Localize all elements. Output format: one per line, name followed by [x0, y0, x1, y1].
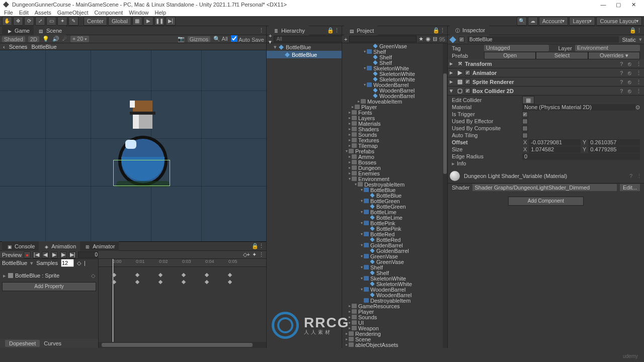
prefab-select-button[interactable]: Select [536, 52, 588, 59]
move-tool[interactable]: ✥ [13, 17, 23, 26]
preview-label[interactable]: Preview [2, 252, 22, 258]
project-item[interactable]: ▸Tilemap [342, 143, 447, 148]
proj-create-dropdown[interactable]: + [344, 36, 347, 42]
tab-inspector[interactable]: ⓘInspector [450, 25, 489, 36]
component-enabled-checkbox[interactable] [465, 70, 470, 75]
more-icon[interactable]: ⋮ [636, 61, 642, 67]
gameobject-active-checkbox[interactable]: ✓ [459, 37, 464, 42]
audio-icon[interactable]: 🔊 [52, 36, 59, 42]
preset-icon[interactable]: ⎋ [628, 61, 634, 67]
project-item[interactable]: ▾SkeletonWhite [342, 276, 447, 281]
add-property-button[interactable]: Add Property [2, 282, 96, 291]
project-item[interactable]: ▾BottleBlue [342, 187, 447, 193]
space-toggle[interactable]: Global [108, 17, 131, 26]
project-item[interactable]: ▾Shelf [342, 264, 447, 270]
project-item[interactable]: ▸Bosses [342, 159, 447, 165]
mode-2d[interactable]: 2D [28, 36, 39, 42]
project-item[interactable]: Shelf [342, 60, 447, 65]
mat-help-icon[interactable]: ? [629, 173, 632, 179]
hier-lock-icon[interactable]: 🔒 [327, 27, 334, 34]
proj-lock-icon[interactable]: 🔒 [433, 27, 440, 34]
project-item[interactable]: ▸UI [342, 320, 447, 325]
project-item[interactable]: BottleBlue [342, 193, 447, 198]
project-item[interactable]: ▸Sounds [342, 314, 447, 320]
lock-icon[interactable]: 🔒 [252, 243, 259, 249]
tab-options-icon[interactable]: ⋮ [259, 27, 264, 34]
maximize-button[interactable]: ▢ [611, 2, 626, 8]
project-item[interactable]: ▸GameResources [342, 303, 447, 309]
anim-property-row[interactable]: ▸ BottleBlue : Sprite ◇ [0, 271, 98, 280]
menu-edit[interactable]: Edit [19, 10, 29, 16]
project-item[interactable]: ▸Weapon [342, 325, 447, 331]
scrollbar-thumb[interactable] [443, 73, 447, 174]
hand-tool[interactable]: ✋ [2, 17, 12, 26]
search-scene-icon[interactable]: 🔍 All [213, 36, 228, 42]
size-x-field[interactable]: 1.074582 [529, 146, 581, 153]
prefab-open-button[interactable]: Open [484, 52, 536, 59]
last-frame-button[interactable]: ▶| [69, 251, 76, 258]
project-item[interactable]: ▸Rendering [342, 331, 447, 336]
crumb-scenes[interactable]: Scenes [9, 44, 28, 50]
rect-tool[interactable]: ▭ [46, 17, 56, 26]
project-item[interactable]: ▸Layers [342, 115, 447, 121]
edgeradius-field[interactable]: 0 [522, 153, 640, 160]
preset-icon[interactable]: ⎋ [628, 79, 634, 85]
menu-gameobject[interactable]: GameObject [57, 10, 89, 16]
project-item[interactable]: ▸Textures [342, 137, 447, 143]
help-icon[interactable]: ? [620, 88, 626, 94]
help-icon[interactable]: ? [620, 79, 626, 85]
project-item[interactable]: DestroyableItem [342, 298, 447, 303]
proj-favorite-icon[interactable]: ★ [419, 36, 424, 42]
first-frame-button[interactable]: |◀ [33, 251, 40, 258]
next-frame-button[interactable]: ▶ [60, 251, 67, 258]
tab-game[interactable]: ▶Game [2, 26, 34, 36]
more-icon[interactable]: ⋮ [636, 79, 642, 85]
tab-hierarchy[interactable]: ≣Hierarchy [269, 26, 309, 36]
play-button[interactable]: ▶ [143, 17, 153, 26]
project-item[interactable]: BottlePink [342, 226, 447, 231]
play-anim-button[interactable]: ▶ [51, 251, 58, 258]
animation-timeline[interactable]: 0:00 0:01 0:02 0:03 0:04 0:05 [99, 259, 266, 348]
proj-eye-icon[interactable]: ◉ [426, 36, 431, 42]
proj-slider-icon[interactable]: ⊟ [433, 36, 437, 42]
dopesheet-button[interactable]: Dopesheet [5, 340, 40, 347]
project-item[interactable]: ▾DestroyableItem [342, 182, 447, 187]
proj-search[interactable] [349, 36, 416, 42]
tab-project[interactable]: ▤Project [344, 26, 378, 36]
snap-toggle[interactable]: ▦ [132, 17, 142, 26]
record-button[interactable]: ● [24, 251, 31, 258]
insp-menu-icon[interactable]: ⋮ [636, 27, 642, 34]
project-item[interactable]: ▾WoodenBarrel [342, 287, 447, 292]
project-item[interactable]: SkeletonWhite [342, 76, 447, 82]
shader-edit-button[interactable]: Edit... [620, 184, 640, 191]
transform-tool[interactable]: ✦ [57, 17, 67, 26]
frame-field[interactable] [78, 251, 98, 258]
hierarchy-item[interactable]: BottleBlue [267, 51, 342, 58]
project-item[interactable]: ▾Shelf [342, 49, 447, 54]
autotiling-checkbox[interactable] [522, 133, 528, 138]
fx-icon[interactable]: ☄ [62, 36, 67, 42]
autosave-checkbox[interactable] [231, 35, 237, 42]
scale-tool[interactable]: ⤢ [35, 17, 45, 26]
offset-x-field[interactable]: -0.03729081 [529, 139, 581, 146]
project-item[interactable]: BottleLime [342, 215, 447, 220]
hierarchy-item[interactable]: ▾BottleBlue [267, 43, 342, 51]
project-item[interactable]: SkeletonWhite [342, 281, 447, 287]
project-item[interactable]: ▾BottleGreen [342, 198, 447, 204]
hier-menu-icon[interactable]: ⋮ [334, 27, 340, 34]
project-item[interactable]: ▸MoveableItem [342, 99, 447, 104]
project-item[interactable]: GoldenBarrel [342, 248, 447, 253]
event-add-icon[interactable]: | [84, 260, 86, 266]
close-button[interactable]: ✕ [626, 2, 641, 8]
project-item[interactable]: ▸ableObjectAssets [342, 342, 447, 347]
project-item[interactable]: BottleRed [342, 237, 447, 242]
size-y-field[interactable]: 0.4779285 [588, 146, 640, 153]
tag-dropdown[interactable]: Untagged [484, 45, 549, 51]
crumb-back-icon[interactable]: ‹ [3, 44, 5, 50]
project-item[interactable]: ▾SkeletonWhite [342, 65, 447, 71]
project-item[interactable]: ▸Dungeon [342, 165, 447, 170]
menu-assets[interactable]: Assets [35, 10, 51, 16]
proj-menu-icon[interactable]: ⋮ [440, 27, 445, 34]
project-item[interactable]: ▸Enemies [342, 170, 447, 176]
gizmos-dropdown[interactable]: Gizmos [188, 36, 210, 42]
